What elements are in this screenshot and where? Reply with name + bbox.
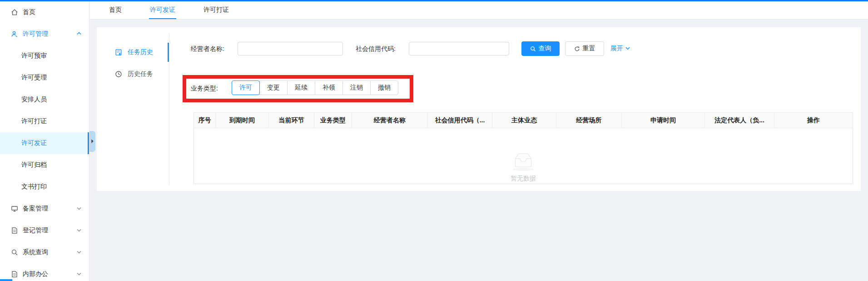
column-header-business-type[interactable]: 业务类型 (314, 113, 352, 128)
subnav-item-label: 任务历史 (128, 48, 153, 56)
clock-icon (115, 70, 122, 78)
column-header-actions[interactable]: 操作 (774, 113, 853, 128)
chevron-down-icon (76, 271, 82, 278)
sidebar-item-license-pre-review[interactable]: 许可预审 (0, 45, 89, 67)
biz-type-change[interactable]: 变更 (259, 80, 288, 95)
column-header-legal-rep[interactable]: 法定代表人（负... (704, 113, 774, 128)
expand-link-label: 展开 (610, 45, 623, 53)
credit-code-label: 社会信用代码: (356, 42, 396, 55)
sidebar: 首页 许可管理 许可预审 许可受理 安排人员 许可打证 许可发证 许可归档 文书… (0, 1, 89, 281)
business-type-label: 业务类型: (191, 81, 218, 95)
business-type-group: 许可 变更 延续 补领 注销 撤销 (232, 80, 398, 95)
sidebar-item-license-acceptance[interactable]: 许可受理 (0, 67, 89, 89)
reset-button-label: 重置 (583, 45, 595, 53)
sidebar-item-license-print[interactable]: 许可打证 (0, 110, 89, 132)
user-audit-icon (11, 30, 18, 38)
tab-license-print[interactable]: 许可打证 (203, 1, 230, 19)
sidebar-item-record-management[interactable]: 备案管理 (0, 198, 89, 220)
sidebar-item-label: 许可预审 (21, 52, 47, 60)
sidebar-item-registration-management[interactable]: 登记管理 (0, 220, 89, 241)
operator-name-input[interactable] (238, 42, 343, 55)
sidebar-item-label: 首页 (23, 8, 35, 16)
caret-up-icon (76, 30, 82, 38)
column-header-apply-time[interactable]: 申请时间 (621, 113, 704, 128)
column-header-expire-time[interactable]: 到期时间 (215, 113, 268, 128)
column-header-index[interactable]: 序号 (194, 113, 215, 128)
refresh-icon (574, 46, 580, 52)
biz-type-license[interactable]: 许可 (232, 80, 260, 95)
sidebar-item-label: 安排人员 (21, 95, 47, 104)
table-header-row: 序号 到期时间 当前环节 业务类型 经营者名称 社会信用代码（... 主体业态 … (194, 113, 853, 128)
document-icon (11, 227, 18, 234)
sidebar-item-label: 许可打证 (21, 117, 47, 125)
sidebar-collapse-handle[interactable] (89, 131, 95, 152)
expand-link[interactable]: 展开 (610, 41, 630, 56)
biz-type-revoke[interactable]: 撤销 (370, 80, 398, 95)
sidebar-item-label: 许可管理 (23, 30, 48, 38)
arrow-right-icon (91, 138, 94, 145)
biz-type-cancel[interactable]: 注销 (342, 80, 371, 95)
sidebar-item-label: 许可受理 (21, 74, 47, 82)
results-table: 序号 到期时间 当前环节 业务类型 经营者名称 社会信用代码（... 主体业态 … (193, 112, 853, 184)
table-body: 暂无数据 (194, 128, 853, 184)
column-header-operator-name[interactable]: 经营者名称 (352, 113, 427, 128)
sidebar-item-internal-office[interactable]: 内部办公 (0, 263, 89, 281)
sidebar-item-label: 许可归档 (21, 161, 47, 169)
tab-license-issue[interactable]: 许可发证 (149, 1, 176, 19)
subnav-task-history[interactable]: 任务历史 (97, 41, 169, 63)
monitor-icon (11, 205, 18, 212)
empty-state: 暂无数据 (194, 151, 853, 183)
sidebar-item-label: 备案管理 (23, 205, 48, 213)
sidebar-item-license-management[interactable]: 许可管理 (0, 23, 89, 45)
search-icon (530, 46, 536, 52)
subnav-divider (169, 34, 169, 185)
sidebar-item-home[interactable]: 首页 (0, 1, 89, 23)
sidebar-item-document-print[interactable]: 文书打印 (0, 176, 89, 198)
sidebar-scrollbar-thumb[interactable] (0, 279, 12, 281)
search-icon (11, 249, 18, 256)
column-header-entity-type[interactable]: 主体业态 (492, 113, 556, 128)
sidebar-item-label: 系统查询 (23, 248, 48, 256)
column-header-current-step[interactable]: 当前环节 (268, 113, 314, 128)
biz-type-renewal[interactable]: 延续 (287, 80, 315, 95)
search-button[interactable]: 查询 (521, 41, 560, 56)
sidebar-item-label: 许可发证 (21, 139, 47, 147)
subnav-history-tasks[interactable]: 历史任务 (97, 63, 169, 85)
column-header-business-place[interactable]: 经营场所 (556, 113, 621, 128)
sidebar-item-system-query[interactable]: 系统查询 (0, 241, 89, 263)
column-header-credit-code[interactable]: 社会信用代码（... (427, 113, 492, 128)
chevron-down-icon (76, 227, 82, 234)
operator-name-label: 经营者名称: (191, 42, 224, 55)
task-document-icon (115, 49, 122, 56)
sidebar-item-label: 内部办公 (23, 270, 48, 278)
sidebar-item-license-issue[interactable]: 许可发证 (0, 132, 89, 154)
empty-box-icon (511, 151, 536, 173)
sidebar-item-label: 文书打印 (21, 183, 47, 191)
reset-button[interactable]: 重置 (565, 41, 604, 56)
chevron-down-icon (76, 205, 82, 212)
credit-code-input[interactable] (409, 42, 509, 55)
empty-state-text: 暂无数据 (511, 175, 536, 183)
search-button-label: 查询 (539, 45, 551, 53)
biz-type-reissue[interactable]: 补领 (315, 80, 343, 95)
tab-home[interactable]: 首页 (108, 1, 123, 19)
sidebar-item-label: 登记管理 (23, 226, 48, 235)
chevron-down-icon (76, 249, 82, 256)
tab-bar: 首页 许可发证 许可打证 (90, 1, 868, 20)
document-icon (11, 271, 18, 278)
content-card: 任务历史 历史任务 经营者名称: 社会信用代码: 查询 重置 展开 业务类型: … (97, 27, 861, 191)
home-icon (11, 9, 18, 16)
sidebar-item-assign-staff[interactable]: 安排人员 (0, 89, 89, 110)
subnav-item-label: 历史任务 (128, 70, 153, 78)
sidebar-item-license-archive[interactable]: 许可归档 (0, 154, 89, 176)
chevron-down-icon (625, 45, 630, 52)
